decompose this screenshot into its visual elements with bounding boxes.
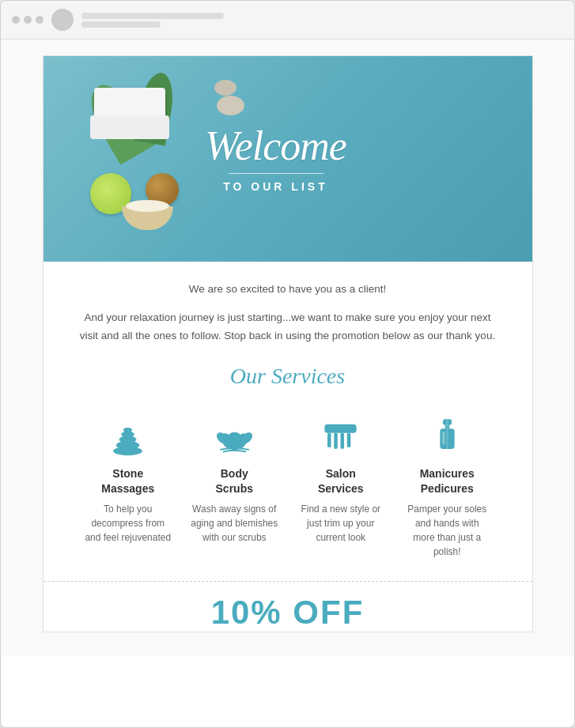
svg-point-4 bbox=[123, 428, 132, 432]
spa-illustration bbox=[78, 72, 252, 246]
svg-rect-13 bbox=[335, 433, 339, 449]
salt-bowl bbox=[122, 206, 173, 230]
browser-avatar bbox=[51, 9, 74, 31]
body-scrubs-title: BodyScrubs bbox=[191, 466, 278, 495]
manicures-pedicures-icon bbox=[423, 411, 471, 458]
svg-rect-14 bbox=[341, 433, 345, 449]
body-scrubs-icon bbox=[210, 411, 258, 458]
browser-dot-2 bbox=[24, 16, 32, 24]
service-item-body-scrubs: BodyScrubs Wash away signs of aging and … bbox=[181, 405, 288, 564]
service-item-stone-massages: StoneMassages To help you decompress fro… bbox=[75, 405, 182, 564]
browser-address-bar[interactable] bbox=[81, 13, 224, 19]
stone-massages-desc: To help you decompress from and feel rej… bbox=[85, 502, 172, 545]
intro-text-2: And your relaxation journey is just star… bbox=[75, 309, 501, 345]
browser-dots bbox=[12, 16, 44, 24]
body-scrubs-desc: Wash away signs of aging and blemishes w… bbox=[191, 502, 278, 545]
pebble-2 bbox=[214, 80, 236, 96]
pebble-1 bbox=[217, 96, 244, 115]
spa-illustration-container bbox=[44, 56, 288, 262]
manicures-pedicures-desc: Pamper your soles and hands with more th… bbox=[403, 502, 491, 559]
services-heading: Our Services bbox=[75, 364, 501, 389]
promo-section: 10% OFF bbox=[44, 581, 532, 632]
browser-dot-3 bbox=[36, 16, 44, 24]
browser-dot-1 bbox=[12, 16, 20, 24]
svg-rect-11 bbox=[325, 424, 357, 433]
browser-content: Welcome TO OUR LIST We are so excited to… bbox=[1, 40, 574, 656]
services-grid: StoneMassages To help you decompress fro… bbox=[75, 405, 501, 580]
service-item-manicures-pedicures: ManicuresPedicures Pamper your soles and… bbox=[394, 405, 501, 564]
hero-banner: Welcome TO OUR LIST bbox=[44, 56, 532, 262]
towel bbox=[94, 88, 165, 127]
svg-rect-19 bbox=[446, 419, 448, 450]
manicures-pedicures-title: ManicuresPedicures bbox=[403, 466, 491, 495]
service-item-salon-services: SalonServices Find a new style or just t… bbox=[288, 405, 395, 564]
salon-services-title: SalonServices bbox=[297, 466, 385, 495]
intro-text-1: We are so excited to have you as a clien… bbox=[75, 281, 501, 298]
salon-services-icon bbox=[317, 411, 365, 458]
salon-services-desc: Find a new style or just trim up your cu… bbox=[297, 502, 385, 545]
browser-text-lines bbox=[81, 13, 563, 28]
stones-svg bbox=[106, 413, 149, 457]
nailpolish-svg bbox=[426, 413, 469, 457]
browser-window: Welcome TO OUR LIST We are so excited to… bbox=[0, 0, 575, 728]
comb-svg bbox=[319, 413, 362, 457]
svg-rect-20 bbox=[442, 432, 445, 445]
email-container: Welcome TO OUR LIST We are so excited to… bbox=[43, 55, 533, 632]
promo-text: 10% OFF bbox=[75, 582, 501, 632]
stone-massages-title: StoneMassages bbox=[85, 466, 172, 495]
lotus-svg bbox=[213, 413, 256, 457]
stone-massages-icon bbox=[104, 411, 152, 458]
browser-address-short bbox=[81, 21, 161, 28]
browser-chrome-bar bbox=[1, 1, 574, 40]
email-body: We are so excited to have you as a clien… bbox=[44, 262, 532, 581]
svg-rect-12 bbox=[327, 433, 331, 447]
svg-rect-15 bbox=[347, 433, 351, 447]
svg-point-10 bbox=[227, 432, 241, 444]
